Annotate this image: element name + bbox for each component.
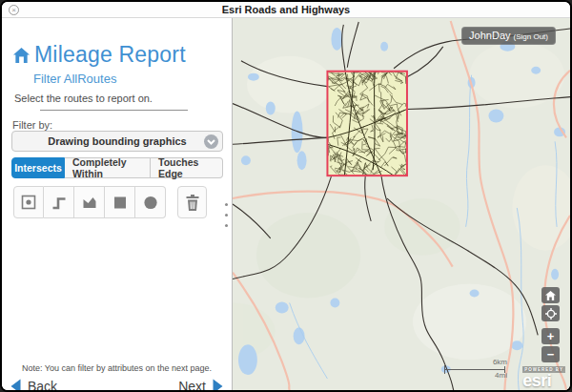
panel-drag-handle[interactable] [225, 203, 229, 235]
chevron-down-circle-icon [204, 134, 218, 149]
home-icon [12, 47, 31, 64]
locate-button[interactable] [541, 305, 560, 321]
tab-completely-within[interactable]: Completely Within [65, 157, 151, 178]
note-text: Note: You can filter by attributes on th… [2, 363, 232, 373]
draw-toolbar [13, 186, 207, 218]
filter-method-dropdown[interactable]: Drawing bounding graphics [11, 131, 223, 152]
rectangle-tool-icon [112, 194, 129, 211]
next-button[interactable]: Next [173, 379, 223, 392]
polyline-tool-button[interactable] [44, 186, 74, 218]
scale-bar-tick [444, 365, 445, 374]
back-button[interactable]: Back [10, 379, 63, 392]
page-subtitle: Filter AllRoutes [33, 72, 116, 86]
divider [40, 110, 188, 111]
zoom-in-button[interactable]: + [541, 328, 560, 344]
filter-by-label: Filter by: [12, 119, 52, 131]
user-sign-out-button[interactable]: JohnDay (Sign Out) [461, 27, 556, 45]
circle-tool-button[interactable] [135, 186, 166, 218]
tab-intersects[interactable]: Intersects [11, 157, 65, 178]
instruction-text: Select the routes to report on. [14, 93, 153, 104]
window-title: Esri Roads and Highways [2, 4, 570, 15]
dropdown-selected-value: Drawing bounding graphics [48, 135, 186, 147]
user-name: JohnDay [469, 27, 510, 45]
scale-metric-label: 6km [493, 358, 507, 366]
scale-bar: 6km 4mi [444, 362, 507, 378]
scale-bar-line [444, 369, 505, 370]
spatial-relation-tabs: Intersects Completely Within Touches Edg… [11, 157, 223, 178]
chevron-left-icon [10, 379, 22, 392]
sign-out-label: (Sign Out) [514, 32, 548, 41]
wizard-navigation: Back Next [2, 379, 232, 392]
rectangle-tool-button[interactable] [105, 186, 135, 218]
app-window: × Esri Roads and Highways Mileage Report… [0, 0, 572, 392]
map-container[interactable]: JohnDay (Sign Out) [233, 18, 570, 390]
home-extent-button[interactable] [541, 287, 560, 303]
esri-brand-label: esri [522, 373, 565, 388]
back-label: Back [28, 379, 57, 392]
point-tool-button[interactable] [13, 186, 44, 218]
zoom-out-button[interactable]: − [541, 346, 560, 362]
circle-tool-icon [142, 194, 159, 211]
polygon-tool-button[interactable] [74, 186, 105, 218]
trash-icon [184, 194, 201, 212]
polygon-tool-icon [81, 194, 98, 211]
page-title: Mileage Report [34, 42, 186, 68]
next-label: Next [178, 379, 206, 392]
point-tool-icon [20, 194, 37, 211]
title-bar: × Esri Roads and Highways [2, 2, 570, 18]
clear-graphics-button[interactable] [177, 186, 207, 218]
esri-logo: POWERED BY esri [522, 366, 565, 388]
home-icon [545, 291, 556, 300]
polyline-tool-icon [51, 194, 68, 211]
locate-icon [545, 308, 557, 320]
map-controls: + − [541, 285, 560, 362]
scale-imperial-label: 4mi [495, 371, 507, 380]
chevron-right-icon [212, 379, 223, 392]
tab-touches-edge[interactable]: Touches Edge [151, 157, 223, 178]
report-panel: Mileage Report Filter AllRoutes Select t… [2, 18, 233, 390]
map-canvas[interactable] [233, 18, 570, 390]
